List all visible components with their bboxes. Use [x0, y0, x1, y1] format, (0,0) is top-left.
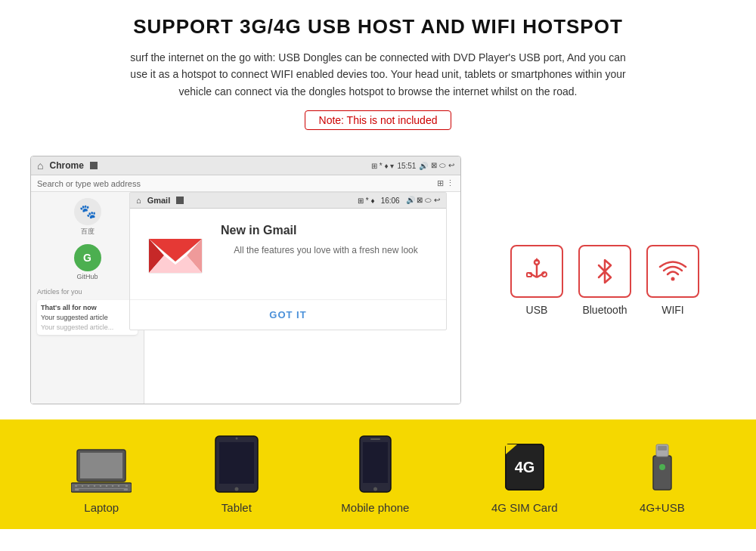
gmail-icons2: 🔊 ⊠ ⬭ ↩ [406, 196, 440, 205]
card-extra: Your suggested article... [41, 323, 134, 331]
svg-rect-21 [83, 485, 88, 487]
gmail-bar: ⌂ Gmail ⊞ * ♦ 16:06 🔊 ⊠ ⬭ ↩ [130, 193, 446, 209]
bt-icon-box [578, 245, 631, 298]
wifi-icon-box [646, 245, 699, 298]
svg-point-11 [542, 272, 547, 277]
baidu-icon: 🐾 [74, 198, 101, 225]
gmail-body: New in Gmail All the features you love w… [130, 209, 446, 299]
note-container: Note: This is not included [30, 110, 726, 144]
svg-rect-20 [77, 485, 82, 487]
misc-icons: ⊠ ⬭ ↩ [431, 161, 454, 170]
svg-point-13 [671, 277, 675, 280]
tablet-svg [214, 435, 259, 494]
usb-label: USB [526, 304, 548, 316]
gmail-label: Gmail [147, 196, 171, 205]
phone-item: Mobile phone [341, 435, 409, 514]
usb-drive-svg [647, 441, 677, 494]
svg-text:4G: 4G [514, 459, 534, 475]
status-icons: ⊞ * ♦ ▾ 15:51 🔊 ⊠ ⬭ ↩ [371, 161, 454, 170]
bluetooth-label: Bluetooth [582, 304, 627, 316]
svg-point-45 [659, 464, 665, 470]
sim-item: 4G 4G SIM Card [491, 441, 558, 514]
gmail-title: New in Gmail [221, 224, 431, 237]
gmail-desc: All the features you love with a fresh n… [221, 243, 431, 257]
svg-point-35 [373, 488, 377, 491]
articles-label: Articles for you [37, 288, 138, 296]
browser-body: 🐾 百度 G GitHub Articles for you That's al… [31, 192, 460, 404]
stop-icon [90, 162, 98, 169]
chrome-bar: ⌂ Chrome ⊞ * ♦ ▾ 15:51 🔊 ⊠ ⬭ ↩ [31, 156, 460, 175]
svg-rect-26 [113, 485, 118, 487]
bottom-section: Laptop Tablet Mobile phone 4G 4G [0, 419, 756, 529]
browser-mockup: ⌂ Chrome ⊞ * ♦ ▾ 15:51 🔊 ⊠ ⬭ ↩ Search or… [30, 156, 461, 404]
signal-icons: ⊞ * ♦ ▾ [371, 162, 394, 170]
vol-icon: 🔊 [419, 162, 428, 170]
tablet-label: Tablet [222, 501, 252, 514]
sim-label: 4G SIM Card [491, 501, 558, 514]
address-text: Search or type web address [37, 179, 141, 188]
chrome-label: Chrome [49, 160, 83, 171]
icon-row: USB Bluetooth [510, 245, 699, 316]
usb-icon-box [510, 245, 563, 298]
card-subtitle: Your suggested article [41, 314, 134, 321]
svg-rect-34 [363, 442, 388, 483]
laptop-svg [71, 448, 132, 494]
github-icon: G [74, 244, 101, 271]
icons-section: USB Bluetooth [484, 245, 726, 316]
svg-rect-10 [527, 273, 531, 277]
got-it-button[interactable]: GOT IT [130, 299, 446, 330]
gmail-logo-svg [145, 224, 206, 284]
github-label: GitHub [76, 273, 98, 280]
svg-rect-36 [370, 438, 380, 440]
baidu-label: 百度 [81, 227, 94, 237]
svg-rect-42 [653, 456, 671, 490]
gmail-home-icon: ⌂ [136, 196, 141, 205]
address-actions: ⊞ ⋮ [437, 178, 454, 188]
laptop-item: Laptop [71, 448, 132, 514]
svg-rect-22 [89, 485, 94, 487]
laptop-label: Laptop [84, 501, 119, 514]
svg-rect-24 [101, 485, 106, 487]
tablet-item: Tablet [214, 435, 259, 514]
main-content: SUPPORT 3G/4G USB HOST AND WIFI HOTSPOT … [0, 0, 756, 404]
wifi-icon-item: WIFI [646, 245, 699, 316]
address-bar[interactable]: Search or type web address ⊞ ⋮ [31, 175, 460, 192]
wifi-svg [658, 256, 688, 286]
svg-rect-44 [658, 446, 667, 450]
gmail-status: ⊞ * ♦ [358, 197, 375, 205]
bluetooth-icon-item: Bluetooth [578, 245, 631, 316]
middle-section: ⌂ Chrome ⊞ * ♦ ▾ 15:51 🔊 ⊠ ⬭ ↩ Search or… [30, 156, 726, 404]
svg-point-31 [234, 488, 238, 491]
bluetooth-svg [590, 256, 620, 286]
gmail-stop [176, 197, 184, 204]
gmail-overlay: ⌂ Gmail ⊞ * ♦ 16:06 🔊 ⊠ ⬭ ↩ [129, 192, 447, 330]
svg-point-32 [235, 438, 237, 440]
gmail-time: 16:06 [381, 197, 400, 205]
svg-rect-15 [80, 453, 122, 478]
svg-rect-23 [95, 485, 100, 487]
svg-rect-27 [119, 485, 125, 487]
svg-rect-28 [79, 489, 124, 491]
gmail-content: New in Gmail All the features you love w… [221, 224, 431, 257]
baidu-item: 🐾 百度 [37, 198, 138, 237]
usb-drive-item: 4G+USB [640, 441, 685, 514]
usb-svg [522, 256, 552, 286]
chrome-card: That's all for now Your suggested articl… [37, 300, 138, 335]
page-title: SUPPORT 3G/4G USB HOST AND WIFI HOTSPOT [30, 15, 726, 39]
usb-icon-item: USB [510, 245, 563, 316]
phone-label: Mobile phone [341, 501, 409, 514]
note-badge: Note: This is not included [305, 110, 452, 130]
github-item: G GitHub [37, 244, 138, 280]
svg-rect-30 [219, 442, 254, 484]
home-icon: ⌂ [37, 159, 43, 172]
usb-drive-label: 4G+USB [640, 501, 685, 514]
time1: 15:51 [397, 162, 416, 170]
sim-svg: 4G [502, 441, 547, 494]
wifi-label: WIFI [662, 304, 684, 316]
svg-rect-25 [107, 485, 112, 487]
subtitle-text: surf the internet on the go with: USB Do… [121, 49, 635, 100]
card-title: That's all for now [41, 304, 134, 311]
phone-svg [358, 435, 392, 494]
chrome-panel: 🐾 百度 G GitHub Articles for you That's al… [31, 192, 144, 404]
